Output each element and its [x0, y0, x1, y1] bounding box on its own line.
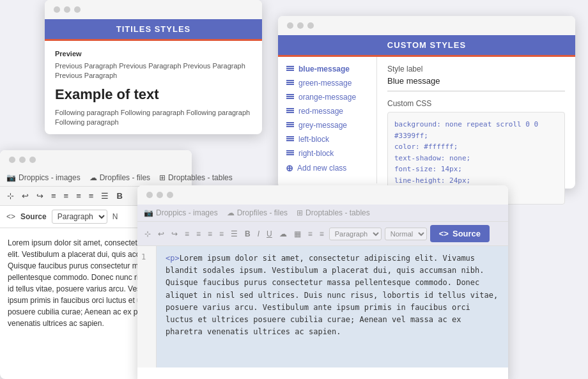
tab-dropfiles[interactable]: ☁ Dropfiles - files: [89, 173, 150, 182]
table-insert-button[interactable]: ▦: [292, 228, 303, 240]
align-right-button[interactable]: ≡: [206, 228, 214, 240]
tab-droptables[interactable]: ⊞ Droptables - tables: [159, 173, 233, 182]
sidebar-item-right-block[interactable]: right-block: [278, 146, 376, 160]
redo-button[interactable]: ↪: [169, 228, 180, 240]
plus-icon: ⊕: [286, 163, 293, 173]
tab-label: Droppics - images: [156, 208, 218, 217]
sidebar-item-grey-message[interactable]: grey-message: [278, 118, 376, 132]
sidebar-item-red-message[interactable]: red-message: [278, 104, 376, 118]
list-button[interactable]: ☰: [229, 228, 240, 240]
tab-droppics[interactable]: 📷 Droppics - images: [144, 208, 218, 217]
svg-rect-4: [286, 82, 294, 83]
normal-select[interactable]: Normal: [385, 228, 427, 240]
tab-label: Droptables - tables: [306, 208, 370, 217]
align-left-button[interactable]: ≡: [183, 228, 191, 240]
normal-label: N: [112, 212, 118, 221]
code-content: Lorem ipsum dolor sit amet, consectetur …: [166, 254, 498, 336]
table-icon: ⊞: [297, 208, 303, 217]
undo-button[interactable]: ↩: [156, 228, 166, 240]
dot-1: [287, 22, 293, 29]
svg-rect-14: [286, 126, 294, 127]
stack-icon: [286, 149, 295, 158]
dot-1: [146, 192, 153, 198]
style-detail-panel: Style label Blue message Custom CSS back…: [377, 57, 575, 183]
stack-icon: [286, 93, 295, 102]
camera-icon: 📷: [144, 208, 153, 217]
sidebar-label: Add new class: [297, 164, 346, 173]
paragraph-select[interactable]: Paragraph: [329, 228, 382, 240]
titlebar: [0, 150, 192, 169]
align-justify-button[interactable]: ≡: [217, 228, 226, 240]
list-button[interactable]: ☰: [99, 190, 111, 202]
sidebar-item-blue-message[interactable]: blue-message: [278, 62, 376, 76]
tab-label: Dropfiles - files: [237, 208, 288, 217]
add-new-class-item[interactable]: ⊕ Add new class: [278, 160, 376, 176]
stack-icon: [286, 107, 295, 116]
sidebar-label: red-message: [298, 107, 343, 116]
sidebar-label: orange-message: [298, 93, 356, 102]
sidebar-label: left-block: [298, 135, 329, 144]
titlebar: [45, 0, 262, 19]
line-1: 1: [141, 252, 146, 261]
expand-button[interactable]: ⊹: [143, 228, 153, 240]
align-right-button[interactable]: ≡: [74, 190, 83, 202]
tabs-bar: 📷 Droppics - images ☁ Dropfiles - files …: [137, 205, 508, 222]
dot-1: [54, 6, 60, 13]
source-content-area: 1 <p>Lorem ipsum dolor sit amet, consect…: [137, 246, 508, 367]
source-code-area[interactable]: <p>Lorem ipsum dolor sit amet, consectet…: [157, 246, 508, 367]
redo-button[interactable]: ↪: [35, 190, 45, 202]
sidebar-item-left-block[interactable]: left-block: [278, 132, 376, 146]
source-popup-window: 📷 Droppics - images ☁ Dropfiles - files …: [137, 185, 508, 379]
underline-button[interactable]: U: [265, 228, 274, 240]
sidebar-item-green-message[interactable]: green-message: [278, 76, 376, 90]
css-line-2: color: #ffffff;: [394, 141, 558, 153]
code-icon: <>: [439, 229, 449, 238]
expand-button[interactable]: ⊹: [5, 190, 16, 202]
follow-paragraph: Following paragraph Following paragraph …: [55, 108, 252, 128]
svg-rect-17: [286, 140, 294, 141]
align-center-button[interactable]: ≡: [194, 228, 203, 240]
align-left-button[interactable]: ≡: [49, 190, 58, 202]
svg-rect-9: [286, 108, 294, 109]
sidebar-item-orange-message[interactable]: orange-message: [278, 90, 376, 104]
bold-button[interactable]: B: [243, 228, 252, 240]
align-center-button[interactable]: ≡: [62, 190, 71, 202]
bold-button[interactable]: B: [114, 190, 124, 202]
svg-rect-18: [286, 150, 294, 151]
source-button[interactable]: <> Source: [430, 225, 490, 242]
cloud-icon: ☁: [89, 173, 97, 182]
dot-3: [307, 22, 314, 29]
titlebar: [278, 16, 575, 35]
css-line-1: background: none repeat scroll 0 0 #3399…: [394, 119, 558, 141]
cloud-insert-button[interactable]: ☁: [277, 228, 289, 240]
svg-rect-15: [286, 136, 294, 137]
align-extra-button[interactable]: ≡: [306, 228, 314, 240]
svg-rect-20: [286, 154, 294, 155]
tab-dropfiles[interactable]: ☁ Dropfiles - files: [227, 208, 288, 217]
sidebar-label: green-message: [298, 79, 352, 88]
svg-rect-0: [286, 66, 294, 67]
dot-2: [19, 157, 26, 163]
tab-label: Droppics - images: [19, 173, 81, 182]
code-icon: <>: [6, 212, 15, 221]
tab-droptables[interactable]: ⊞ Droptables - tables: [297, 208, 370, 217]
tab-droppics[interactable]: 📷 Droppics - images: [6, 173, 81, 182]
camera-icon: 📷: [6, 173, 16, 182]
dot-3: [29, 157, 36, 163]
italic-button[interactable]: I: [256, 228, 261, 240]
svg-rect-1: [286, 68, 294, 69]
svg-rect-6: [286, 94, 294, 95]
table-icon: ⊞: [159, 173, 166, 182]
svg-rect-5: [286, 84, 294, 85]
dot-2: [297, 22, 304, 29]
paragraph-select[interactable]: Paragraph: [52, 210, 107, 224]
titlebar: [137, 185, 508, 205]
window-header: CUSTOM STYLES: [278, 35, 575, 57]
dot-3: [74, 6, 81, 13]
undo-button[interactable]: ↩: [20, 190, 31, 202]
source-label: Source: [20, 212, 47, 221]
align-extra-2-button[interactable]: ≡: [318, 228, 326, 240]
css-title: Custom CSS: [387, 99, 565, 108]
align-justify-button[interactable]: ≡: [87, 190, 96, 202]
svg-rect-3: [286, 80, 294, 81]
